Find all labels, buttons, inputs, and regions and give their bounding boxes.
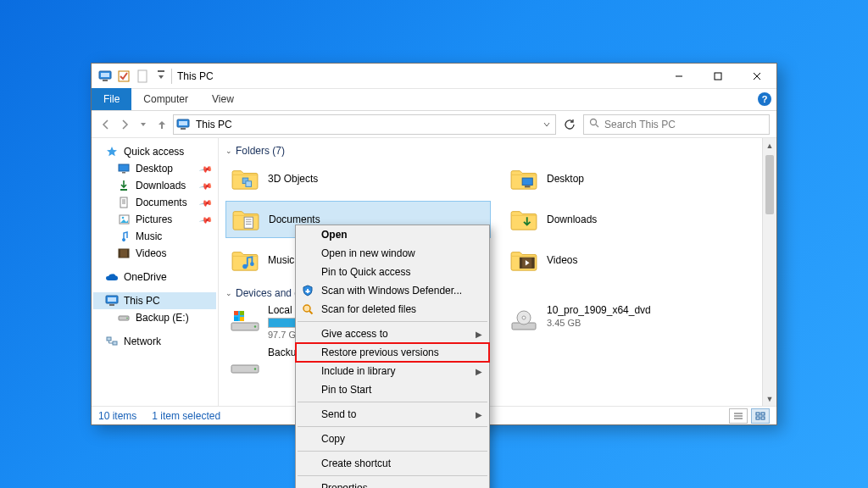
folder-label: Music xyxy=(268,254,294,266)
help-icon[interactable]: ? xyxy=(758,92,771,106)
address-bar[interactable]: This PC xyxy=(173,114,556,135)
chevron-right-icon: ▶ xyxy=(476,367,482,376)
folder-downloads[interactable]: Downloads xyxy=(504,201,770,238)
svg-rect-16 xyxy=(122,172,125,174)
svg-rect-15 xyxy=(119,164,129,171)
ribbon: File Computer View ? xyxy=(92,89,776,111)
sidebar-item-label: Quick access xyxy=(124,146,184,158)
ctx-label: Send to xyxy=(321,408,356,420)
folder-icon xyxy=(508,244,540,276)
ribbon-tab-view[interactable]: View xyxy=(200,88,246,110)
chevron-right-icon: ▶ xyxy=(476,330,482,339)
ctx-copy[interactable]: Copy xyxy=(296,430,489,448)
svg-point-68 xyxy=(303,305,310,312)
ctx-label: Pin to Start xyxy=(321,384,371,396)
svg-rect-11 xyxy=(179,121,187,125)
ctx-open[interactable]: Open xyxy=(296,225,489,244)
svg-rect-46 xyxy=(531,258,534,268)
search-box[interactable]: Search This PC xyxy=(583,114,770,135)
up-button[interactable] xyxy=(154,117,170,132)
ctx-give-access-to[interactable]: Give access to▶ xyxy=(296,324,489,343)
drive-dvd[interactable]: 10_pro_1909_x64_dvd3.45 GB xyxy=(504,302,770,341)
sidebar-item-videos[interactable]: Videos xyxy=(93,245,216,262)
svg-point-43 xyxy=(250,262,254,266)
ctx-send-to[interactable]: Send to▶ xyxy=(296,405,489,424)
vertical-scrollbar[interactable]: ▲ ▼ xyxy=(762,138,776,406)
sidebar-item-pictures[interactable]: Pictures📌 xyxy=(93,211,216,228)
ctx-label: Copy xyxy=(321,433,345,445)
folder-label: Videos xyxy=(547,254,577,266)
navigation-pane: Quick access Desktop📌 Downloads📌 Documen… xyxy=(92,138,219,406)
sidebar-onedrive[interactable]: OneDrive xyxy=(93,269,216,286)
ribbon-tab-computer[interactable]: Computer xyxy=(131,88,200,110)
folder-desktop[interactable]: Desktop xyxy=(504,160,770,197)
svg-point-48 xyxy=(254,325,256,327)
window-title: This PC xyxy=(177,70,214,82)
folders-section-header[interactable]: ⌄Folders (7) xyxy=(225,145,770,157)
ctx-open-in-new-window[interactable]: Open in new window xyxy=(296,244,489,263)
sidebar-quick-access[interactable]: Quick access xyxy=(93,143,216,160)
scroll-down-icon[interactable]: ▼ xyxy=(763,391,776,406)
folder-icon xyxy=(508,163,540,195)
svg-point-23 xyxy=(121,217,124,219)
new-folder-icon[interactable] xyxy=(134,68,151,85)
context-menu: OpenOpen in new windowPin to Quick acces… xyxy=(295,225,490,488)
ctx-pin-to-start[interactable]: Pin to Start xyxy=(296,380,489,399)
scroll-up-icon[interactable]: ▲ xyxy=(763,138,776,152)
sidebar-network[interactable]: Network xyxy=(93,333,216,350)
sidebar-item-documents[interactable]: Documents📌 xyxy=(93,194,216,211)
pin-icon: 📌 xyxy=(199,162,213,175)
status-selection: 1 item selected xyxy=(152,410,220,422)
folder-3d-objects[interactable]: 3D Objects xyxy=(225,160,491,197)
ctx-create-shortcut[interactable]: Create shortcut xyxy=(296,454,489,473)
chevron-down-icon: ⌄ xyxy=(225,147,232,155)
svg-rect-33 xyxy=(113,341,117,345)
ctx-properties[interactable]: Properties xyxy=(296,479,489,488)
svg-rect-35 xyxy=(246,181,252,187)
pin-icon: 📌 xyxy=(199,196,213,209)
downloads-icon xyxy=(117,179,131,192)
chevron-right-icon: ▶ xyxy=(476,410,482,419)
svg-rect-4 xyxy=(138,70,147,82)
maximize-button[interactable] xyxy=(698,64,737,89)
details-view-button[interactable] xyxy=(729,408,748,424)
back-button[interactable] xyxy=(98,117,114,132)
ctx-label: Give access to xyxy=(321,328,388,340)
svg-rect-26 xyxy=(127,249,129,258)
scroll-thumb[interactable] xyxy=(765,155,774,214)
refresh-button[interactable] xyxy=(559,114,580,135)
ribbon-file-tab[interactable]: File xyxy=(92,88,131,110)
ctx-scan-for-deleted-files[interactable]: Scan for deleted files xyxy=(296,300,489,319)
this-pc-icon[interactable] xyxy=(97,68,114,85)
sidebar-this-pc[interactable]: This PC xyxy=(93,292,216,309)
ctx-label: Create shortcut xyxy=(321,458,391,469)
drive-label: 10_pro_1909_x64_dvd xyxy=(547,304,651,316)
recent-locations-button[interactable] xyxy=(136,117,151,132)
ctx-restore-previous-versions[interactable]: Restore previous versions xyxy=(296,343,489,362)
folder-icon xyxy=(508,203,540,236)
sidebar-item-downloads[interactable]: Downloads📌 xyxy=(93,177,216,194)
address-dropdown-icon[interactable] xyxy=(540,120,554,129)
ctx-include-in-library[interactable]: Include in library▶ xyxy=(296,362,489,380)
forward-button[interactable] xyxy=(117,117,132,132)
ctx-scan-with-windows-defender[interactable]: Scan with Windows Defender... xyxy=(296,281,489,300)
folder-label: Documents xyxy=(269,214,320,225)
qat-dropdown-icon[interactable] xyxy=(153,68,170,85)
magnifier-icon xyxy=(301,302,314,316)
drive-free-text: 3.45 GB xyxy=(547,318,651,328)
svg-rect-17 xyxy=(120,189,127,191)
svg-point-31 xyxy=(126,318,128,319)
ctx-label: Properties xyxy=(321,482,368,488)
sidebar-item-desktop[interactable]: Desktop📌 xyxy=(93,160,216,177)
ctx-pin-to-quick-access[interactable]: Pin to Quick access xyxy=(296,263,489,281)
properties-icon[interactable] xyxy=(115,68,132,85)
pin-icon: 📌 xyxy=(199,213,213,226)
folder-videos[interactable]: Videos xyxy=(504,241,770,279)
sidebar-backup-drive[interactable]: Backup (E:) xyxy=(93,309,216,326)
sidebar-item-music[interactable]: Music xyxy=(93,228,216,245)
shield-icon xyxy=(301,284,314,297)
tiles-view-button[interactable] xyxy=(751,408,770,424)
close-button[interactable] xyxy=(737,64,776,89)
pictures-icon xyxy=(117,213,131,226)
minimize-button[interactable] xyxy=(659,64,698,89)
